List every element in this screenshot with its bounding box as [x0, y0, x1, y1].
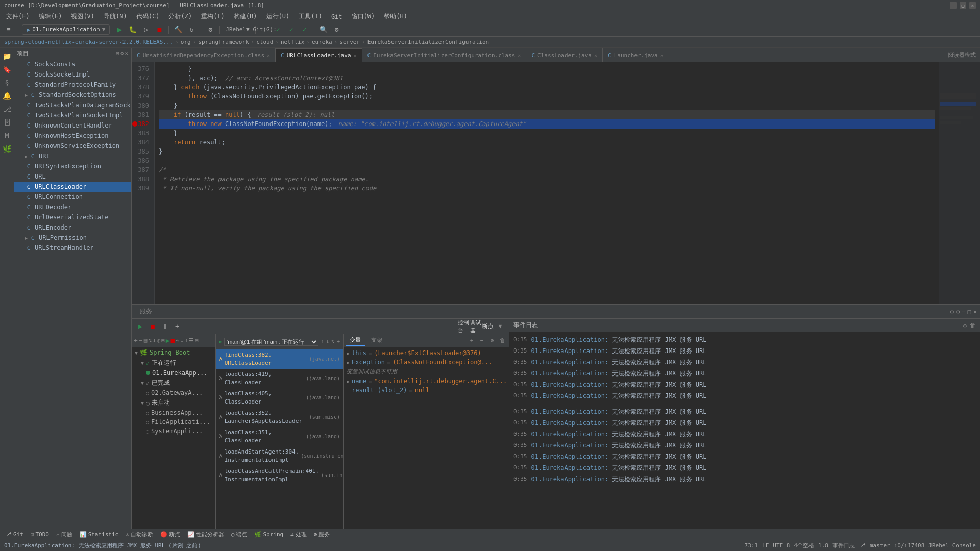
status-java[interactable]: 1.8 [818, 542, 828, 549]
code-editor[interactable]: } }, acc); // acc: AccessControlContext@… [155, 62, 939, 304]
menu-item-e[interactable]: 编辑(E) [35, 11, 66, 22]
var-name[interactable]: ▶ name = "com.intellij.rt.debugger.agent… [344, 377, 509, 386]
spring-side-icon-btn[interactable]: 🌿 [1, 143, 13, 155]
svc-add-btn[interactable]: + [134, 337, 138, 344]
sidebar-collapse-btn[interactable]: ⊟ [116, 50, 119, 57]
menu-item-h[interactable]: 帮助(H) [380, 11, 411, 22]
debug-button[interactable]: 🐛 [127, 24, 138, 35]
breadcrumb-eureka[interactable]: eureka [312, 39, 332, 45]
svc-filter-btn[interactable]: ⌥ [148, 337, 152, 344]
todo-btn[interactable]: ☑ TODO [28, 531, 52, 538]
svc-step-into-btn[interactable]: ↓ [180, 337, 184, 344]
jrebel-console[interactable]: JRebel Console [928, 542, 976, 549]
tree-item-unknownserviceexception[interactable]: CUnknownServiceException [14, 141, 131, 151]
minimize-button[interactable]: − [950, 2, 957, 9]
menu-item-n[interactable]: 导航(N) [100, 11, 131, 22]
svc-step-over-btn[interactable]: ↷ [176, 337, 179, 344]
run-button[interactable]: ▶ [114, 24, 125, 35]
tree-item-url[interactable]: CURL [14, 171, 131, 182]
var-trash-btn[interactable]: 🗑 [498, 336, 507, 345]
tree-item-standardsocketoptions[interactable]: ▶ CStandardSocketOptions [14, 90, 131, 100]
tab-urlclassloader[interactable]: C URLClassLoader.java ✕ [276, 48, 362, 62]
tree-item-urisyntaxexception[interactable]: CURISyntaxException [14, 161, 131, 171]
sync-button[interactable]: ↻ [186, 24, 197, 35]
menu-item-v[interactable]: 视图(V) [67, 11, 99, 22]
close-button[interactable]: ✕ [969, 2, 976, 9]
autodiag-btn[interactable]: ⚠ 自动诊断 [122, 530, 156, 539]
handle-btn[interactable]: ⇄ 处理 [287, 530, 310, 539]
thread-nav-up[interactable]: ↑ [321, 338, 324, 345]
tab-classloader[interactable]: C ClassLoader.java ✕ [526, 48, 603, 62]
frame-item-0[interactable]: λ findClass:382, URLClassLoader (java.ne… [216, 349, 343, 369]
tree-item-urldecoder[interactable]: CURLDecoder [14, 202, 131, 212]
tree-item-unknownhostexception[interactable]: CUnknownHostException [14, 131, 131, 141]
tab-close-launcher[interactable]: ✕ [660, 53, 664, 58]
breadcrumb-cloud[interactable]: cloud [256, 39, 273, 45]
git-btn[interactable]: Git(G): [259, 24, 271, 35]
statistic-btn[interactable]: 📊 Statistic [77, 531, 122, 538]
svc-group-btn[interactable]: ▤ [144, 337, 148, 344]
maven-icon-btn[interactable]: M [1, 130, 13, 142]
svc-remove-btn[interactable]: − [139, 337, 143, 344]
vars-tab[interactable]: 变量 [346, 335, 365, 346]
debug-suspend-btn[interactable]: ⏸ [159, 321, 170, 332]
svc-sort-btn[interactable]: ↕ [153, 337, 156, 344]
breadcrumb-netflix[interactable]: netflix [281, 39, 304, 45]
commit-btn[interactable]: ✓ [273, 24, 284, 35]
tree-item-urlclassloader[interactable]: CURLClassLoader [14, 182, 131, 192]
bottom-maximize-btn[interactable]: □ [968, 308, 971, 315]
reader-mode-button[interactable]: 阅读器模式 [944, 51, 980, 59]
tree-item-twostacksplainsocket[interactable]: CTwoStacksPlainSocketImpl [14, 110, 131, 120]
issues-btn[interactable]: ⚠ 问题 [53, 530, 76, 539]
breadcrumb-class[interactable]: EurekaServerInitializerConfiguration [368, 39, 489, 45]
thread-dropdown[interactable]: 'main'@1 在组 'main': 正在运行 [224, 338, 318, 346]
var-this[interactable]: ▶ this = (Launcher$ExtClassLoader@376) [344, 348, 509, 358]
var-expand-icon[interactable]: ▶ [347, 350, 350, 356]
bottom-settings-btn[interactable]: ⚙ [950, 308, 954, 315]
debug-tab-control[interactable]: 控制台 [458, 321, 469, 332]
status-git-branch[interactable]: master [870, 542, 890, 549]
status-commits[interactable]: ↑0/↑17408 [894, 542, 925, 549]
git-side-icon-btn[interactable]: ⎇ [1, 103, 13, 115]
tree-item-uri[interactable]: ▶ CURI [14, 151, 131, 161]
search-everywhere-btn[interactable]: 🔍 [318, 24, 329, 35]
profiler-btn[interactable]: 📈 性能分析器 [184, 530, 227, 539]
tab-close-unsatisfied[interactable]: ✕ [267, 53, 270, 58]
svc-split-btn[interactable]: ⊟ [195, 337, 199, 344]
tree-item-standardprotocolfamily[interactable]: CStandardProtocolFamily [14, 80, 131, 90]
menu-item-t[interactable]: 重构(T) [197, 11, 229, 22]
settings-button[interactable]: ⚙ [205, 24, 216, 35]
var-expand-icon[interactable]: ▶ [347, 379, 350, 384]
bottom-close-btn[interactable]: − [962, 308, 965, 315]
menu-item-z[interactable]: 分析(Z) [164, 11, 196, 22]
database-icon-btn[interactable]: 🗄 [1, 116, 13, 129]
breadcrumb-org[interactable]: org [181, 39, 191, 45]
settings-main-btn[interactable]: ⚙ [331, 24, 342, 35]
debug-stop-btn[interactable]: ■ [147, 321, 158, 332]
eureka-app-item[interactable]: 01.EurekaApp... [132, 368, 215, 378]
tab-close-eureka[interactable]: ✕ [518, 53, 521, 58]
bottom-pin-btn[interactable]: ✕ [973, 308, 977, 315]
svc-list-view-btn[interactable]: ☰ [189, 337, 194, 344]
status-position[interactable]: 73:1 [745, 542, 758, 549]
status-lf[interactable]: LF [762, 542, 769, 549]
menu-item-w[interactable]: 窗口(W) [348, 11, 379, 22]
system-app-item[interactable]: ○ SystemAppli... [132, 427, 215, 436]
pull-btn[interactable]: ✓ [299, 24, 310, 35]
tab-unsatisfied[interactable]: C UnsatisfiedDependencyException.class ✕ [132, 48, 276, 62]
bottom-gear-btn[interactable]: ⚙ [956, 308, 960, 315]
tab-close-classloader[interactable]: ✕ [594, 53, 597, 58]
thread-nav-down[interactable]: ↓ [326, 338, 329, 345]
status-indent[interactable]: 4个空格 [794, 542, 814, 549]
var-result[interactable]: ▶ result (slot_2) = null [344, 386, 509, 395]
services-btn[interactable]: ⚙ 服务 [311, 530, 333, 539]
event-log-trash-btn[interactable]: 🗑 [970, 322, 976, 329]
endpoints-btn[interactable]: ○ 端点 [228, 530, 251, 539]
git-btn[interactable]: ⎇ Git [2, 531, 27, 538]
spring-btn[interactable]: 🌿 Spring [251, 531, 286, 538]
tab-launcher[interactable]: C Launcher.java ✕ [603, 48, 669, 62]
not-started-group[interactable]: ▼ ○ 未启动 [132, 397, 215, 408]
menu-item-b[interactable]: 构建(B) [230, 11, 261, 22]
svc-run-btn[interactable]: ▶ [166, 337, 170, 344]
menu-item-f[interactable]: 文件(F) [2, 11, 34, 22]
